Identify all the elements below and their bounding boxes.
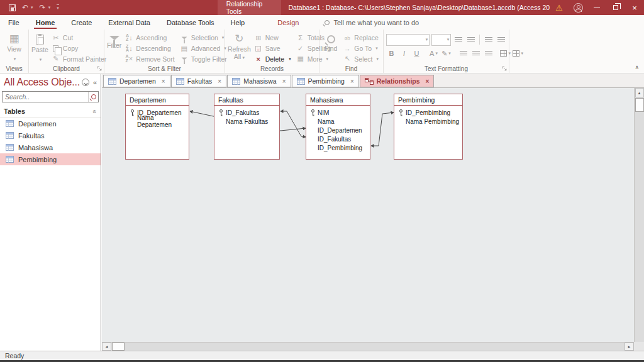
- field-row[interactable]: ID_Departemen: [310, 126, 369, 134]
- selection-button[interactable]: Selection: [178, 33, 229, 43]
- table-box-pembimbing[interactable]: Pembimbing ID_Pembimbing Nama Pembimbing: [394, 94, 463, 160]
- highlight-color-button[interactable]: ✎: [441, 48, 452, 59]
- security-warning-icon[interactable]: ⚠: [550, 0, 569, 15]
- increase-indent-icon[interactable]: [496, 35, 506, 45]
- close-tab-icon[interactable]: ×: [162, 78, 165, 85]
- field-row[interactable]: Nama Fakultas: [218, 117, 278, 126]
- field-row[interactable]: ID_Pembimbing: [398, 108, 461, 117]
- relationships-canvas[interactable]: Departemen ID_Departemen Nama Departemen…: [102, 87, 644, 351]
- format-painter-button[interactable]: ✎Format Painter: [50, 53, 108, 64]
- collapse-ribbon-icon[interactable]: ∧: [635, 64, 639, 70]
- table-box-departemen[interactable]: Departemen ID_Departemen Nama Departemen: [125, 94, 189, 160]
- search-go-button[interactable]: [88, 92, 98, 102]
- font-name-combobox[interactable]: [386, 34, 430, 46]
- horizontal-scroll-thumb[interactable]: [112, 343, 125, 351]
- table-box-mahasiswa[interactable]: Mahasiswa NIM Nama ID_Departemen ID_Faku…: [306, 94, 370, 160]
- save-record-button[interactable]: Save: [252, 43, 293, 54]
- object-tab-fakultas[interactable]: Fakultas ×: [171, 75, 227, 87]
- field-row[interactable]: Nama Pembimbing: [398, 117, 461, 126]
- tab-home[interactable]: Home: [28, 15, 64, 30]
- tab-external-data[interactable]: External Data: [100, 15, 158, 30]
- table-box-title[interactable]: Mahasiswa: [306, 94, 370, 106]
- cut-button[interactable]: ✂Cut: [50, 33, 108, 43]
- field-row[interactable]: NIM: [310, 108, 369, 117]
- nav-pane-menu-icon[interactable]: [82, 79, 89, 86]
- bullets-icon[interactable]: [453, 35, 464, 45]
- bold-button[interactable]: B: [386, 48, 397, 59]
- table-box-title[interactable]: Fakultas: [214, 94, 279, 106]
- close-button[interactable]: ×: [625, 0, 644, 15]
- remove-sort-button[interactable]: AZ×Remove Sort: [123, 53, 176, 64]
- search-input[interactable]: [3, 93, 88, 101]
- scroll-right-icon[interactable]: ►: [625, 343, 634, 351]
- field-row[interactable]: Nama Departemen: [130, 117, 187, 126]
- object-tab-departemen[interactable]: Departemen ×: [103, 75, 170, 87]
- account-icon[interactable]: [569, 0, 587, 15]
- object-tab-mahasiswa[interactable]: Mahasiswa ×: [227, 75, 291, 87]
- nav-item-fakultas[interactable]: Fakultas: [0, 129, 101, 141]
- refresh-all-button[interactable]: ↻ Refresh All: [228, 31, 251, 64]
- text-formatting-dialog-launcher-icon[interactable]: [502, 66, 508, 72]
- tab-design[interactable]: Design: [269, 15, 307, 30]
- shutter-close-icon[interactable]: «: [93, 79, 97, 86]
- redo-dropdown-icon[interactable]: ▾: [48, 5, 51, 10]
- italic-button[interactable]: I: [399, 48, 409, 59]
- tell-me-box[interactable]: Tell me what you want to do: [325, 19, 419, 26]
- minimize-button[interactable]: [587, 0, 606, 15]
- field-row[interactable]: ID_Pembimbing: [310, 143, 369, 152]
- save-icon[interactable]: [9, 4, 16, 11]
- font-size-combobox[interactable]: [431, 34, 451, 46]
- object-tab-relationships[interactable]: Relationships ×: [360, 75, 435, 87]
- undo-dropdown-icon[interactable]: ▾: [31, 5, 33, 10]
- new-record-button[interactable]: ⊞New: [252, 33, 293, 43]
- copy-button[interactable]: Copy: [50, 43, 108, 54]
- advanced-button[interactable]: ▤Advanced: [178, 43, 229, 54]
- table-box-fakultas[interactable]: Fakultas ID_Fakultas Nama Fakultas: [214, 94, 280, 160]
- filter-button[interactable]: Filter: [107, 31, 121, 64]
- find-button[interactable]: Find: [322, 31, 340, 64]
- tab-help[interactable]: Help: [223, 15, 253, 30]
- table-box-title[interactable]: Departemen: [126, 94, 189, 106]
- ascending-button[interactable]: AZ↓Ascending: [123, 33, 176, 43]
- restore-button[interactable]: [606, 0, 625, 15]
- delete-button[interactable]: ×Delete: [252, 53, 293, 64]
- field-row[interactable]: Nama: [310, 117, 369, 126]
- tab-database-tools[interactable]: Database Tools: [158, 15, 223, 30]
- close-tab-icon[interactable]: ×: [282, 78, 286, 85]
- close-tab-icon[interactable]: ×: [350, 78, 354, 85]
- horizontal-scrollbar[interactable]: ◄ ►: [102, 342, 634, 351]
- close-tab-icon[interactable]: ×: [218, 78, 221, 85]
- scroll-up-icon[interactable]: ▲: [635, 88, 644, 97]
- replace-button[interactable]: abReplace: [341, 33, 380, 43]
- link-fakultas-mahasiswa[interactable]: [280, 111, 306, 137]
- object-tab-pembimbing[interactable]: Pembimbing ×: [292, 75, 359, 87]
- nav-item-pembimbing[interactable]: Pembimbing: [0, 153, 101, 165]
- vertical-scrollbar[interactable]: ▲: [634, 88, 644, 342]
- align-center-icon[interactable]: [470, 48, 481, 59]
- font-color-button[interactable]: A: [428, 48, 439, 59]
- field-row[interactable]: ID_Fakultas: [310, 134, 369, 143]
- scroll-left-icon[interactable]: ◄: [102, 343, 111, 351]
- decrease-indent-icon[interactable]: [483, 35, 494, 45]
- clipboard-dialog-launcher-icon[interactable]: [97, 66, 103, 72]
- redo-icon[interactable]: ↷: [40, 4, 46, 11]
- descending-button[interactable]: ZA↓Descending: [123, 43, 176, 54]
- table-box-title[interactable]: Pembimbing: [394, 94, 462, 106]
- numbering-icon[interactable]: [465, 35, 476, 45]
- tab-file[interactable]: File: [0, 15, 28, 30]
- paste-button[interactable]: Paste: [31, 31, 48, 64]
- vertical-scroll-thumb[interactable]: [635, 98, 644, 112]
- nav-item-departemen[interactable]: Departemen: [0, 118, 101, 129]
- align-left-icon[interactable]: [458, 48, 469, 59]
- align-right-icon[interactable]: [483, 48, 494, 59]
- nav-item-mahasiswa[interactable]: Mahasiswa: [0, 141, 101, 153]
- collapse-group-icon[interactable]: «: [92, 109, 99, 113]
- toggle-filter-button[interactable]: Toggle Filter: [178, 53, 229, 64]
- select-button[interactable]: ↖Select: [341, 53, 380, 64]
- underline-button[interactable]: U: [411, 48, 422, 59]
- link-mahasiswa-pembimbing[interactable]: [371, 112, 394, 146]
- close-tab-icon[interactable]: ×: [426, 78, 430, 85]
- undo-icon[interactable]: ↶: [22, 4, 28, 11]
- field-row[interactable]: ID_Fakultas: [218, 108, 278, 117]
- view-button[interactable]: ▦ View: [3, 31, 26, 64]
